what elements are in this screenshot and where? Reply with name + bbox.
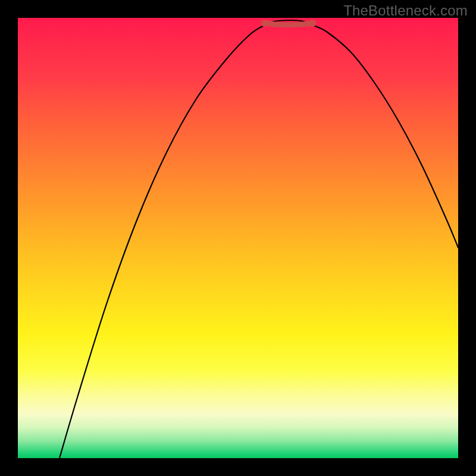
curve-svg xyxy=(18,18,458,458)
chart-frame: TheBottleneck.com xyxy=(0,0,476,476)
highlight-dot-left xyxy=(261,20,268,27)
highlight-dot-right xyxy=(309,20,316,27)
curve-left xyxy=(60,25,265,458)
highlight-segment xyxy=(265,23,312,25)
plot-area xyxy=(18,18,458,458)
curve-right xyxy=(312,25,458,248)
watermark-text: TheBottleneck.com xyxy=(343,2,468,19)
